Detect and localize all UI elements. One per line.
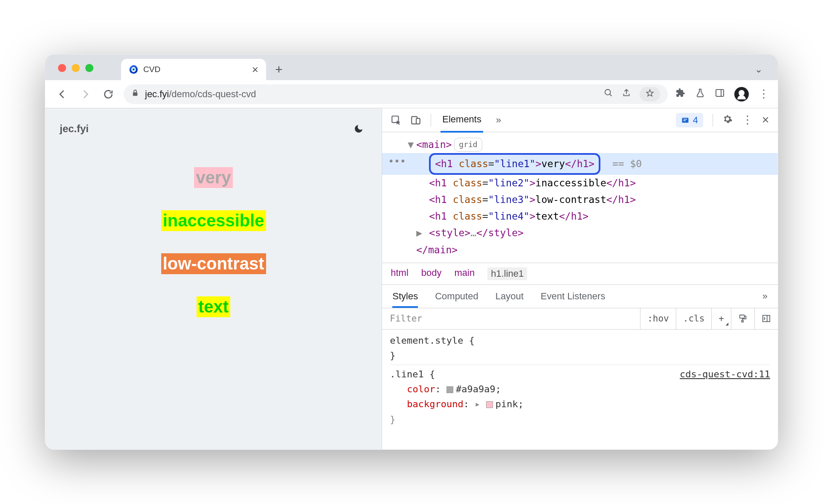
issues-count: 4	[693, 115, 698, 126]
svg-rect-7	[740, 315, 745, 318]
crumb-selected[interactable]: h1.line1	[487, 267, 527, 280]
rule-source-link[interactable]: cds-quest-cvd:11	[680, 367, 770, 382]
elements-tab[interactable]: Elements	[440, 108, 483, 133]
dom-tree[interactable]: ▼ <main>grid ••• <h1 class="line1">very<…	[382, 132, 778, 263]
cls-toggle[interactable]: .cls	[676, 308, 712, 329]
styles-filter-input[interactable]: Filter	[382, 308, 640, 329]
dom-node[interactable]: </main>	[382, 242, 778, 258]
demo-line3: low-contrast	[161, 253, 266, 274]
tab-styles[interactable]: Styles	[392, 291, 418, 308]
devtools-close-icon[interactable]: ✕	[762, 115, 769, 126]
panels-overflow-icon[interactable]: »	[496, 115, 501, 126]
url-input[interactable]: jec.fyi/demo/cds-quest-cvd	[124, 84, 668, 104]
device-toggle-icon[interactable]	[410, 115, 421, 126]
color-swatch-icon[interactable]	[446, 386, 453, 393]
css-prop-name[interactable]: color	[407, 384, 435, 394]
browser-tab[interactable]: 🧿 CVD ×	[121, 59, 266, 80]
page-viewport: jec.fyi very inaccessible low-contrast t…	[45, 108, 382, 449]
labs-icon[interactable]	[695, 88, 705, 101]
demo-line2: inaccessible	[161, 210, 266, 231]
window-minimize-button[interactable]	[72, 64, 80, 72]
demo-content: very inaccessible low-contrast text	[161, 167, 266, 317]
css-prop-name[interactable]: background	[407, 399, 463, 409]
new-tab-button[interactable]: +	[270, 61, 287, 78]
extensions-icon[interactable]	[675, 88, 686, 101]
forward-button[interactable]	[78, 87, 93, 102]
traffic-lights	[58, 64, 93, 72]
tab-strip: 🧿 CVD × + ⌄	[45, 55, 778, 80]
dom-node[interactable]: <h1 class="line2">inaccessible</h1>	[382, 175, 778, 191]
tab-event-listeners[interactable]: Event Listeners	[541, 291, 606, 308]
issues-counter[interactable]: 4	[676, 113, 703, 127]
grid-badge[interactable]: grid	[454, 138, 482, 152]
devtools-menu-icon[interactable]: ⋮	[742, 113, 752, 127]
inspect-element-icon[interactable]	[391, 115, 402, 126]
hov-toggle[interactable]: :hov	[640, 308, 676, 329]
profile-avatar-icon[interactable]	[734, 87, 749, 101]
styles-tabs-overflow-icon[interactable]: »	[762, 291, 768, 308]
window-close-button[interactable]	[58, 64, 66, 72]
demo-line4: text	[197, 296, 230, 317]
dom-node[interactable]: ▶ <style>…</style>	[382, 225, 778, 241]
address-bar-row: jec.fyi/demo/cds-quest-cvd ⋮	[45, 80, 778, 108]
browser-window: 🧿 CVD × + ⌄ jec.fyi/demo/cds-quest-cvd	[45, 54, 778, 450]
svg-rect-5	[416, 118, 420, 124]
toolbar-right: ⋮	[675, 87, 768, 101]
devtools-panel: Elements » 4 ⋮ ✕ ▼ <mai	[382, 108, 778, 449]
chrome-menu-icon[interactable]: ⋮	[758, 87, 768, 101]
tab-layout[interactable]: Layout	[496, 291, 524, 308]
demo-line1: very	[194, 167, 232, 188]
svg-point-1	[605, 89, 611, 95]
styles-rules[interactable]: element.style { } cds-quest-cvd:11 .line…	[382, 330, 778, 430]
tab-title: CVD	[143, 65, 247, 74]
tab-computed[interactable]: Computed	[435, 291, 478, 308]
devtools-settings-icon[interactable]	[722, 114, 733, 127]
reload-button[interactable]	[101, 87, 116, 102]
zoom-icon[interactable]	[604, 88, 613, 100]
computed-sidebar-icon[interactable]	[755, 308, 778, 329]
url-text: jec.fyi/demo/cds-quest-cvd	[145, 89, 256, 100]
svg-rect-9	[763, 316, 770, 322]
svg-rect-8	[742, 321, 743, 322]
theme-toggle-button[interactable]	[350, 120, 367, 137]
svg-rect-2	[716, 90, 724, 96]
new-style-rule-icon[interactable]: +◢	[712, 308, 731, 329]
svg-rect-0	[133, 93, 138, 96]
favicon-icon: 🧿	[129, 65, 138, 74]
dom-node-selected[interactable]: ••• <h1 class="line1">very</h1> == $0	[382, 153, 778, 175]
share-icon[interactable]	[622, 88, 631, 100]
lock-icon	[131, 89, 139, 99]
sidepanel-icon[interactable]	[715, 88, 725, 101]
color-swatch-icon[interactable]	[486, 401, 493, 408]
close-tab-icon[interactable]: ×	[252, 64, 258, 75]
css-prop-value[interactable]: #a9a9a9	[456, 384, 496, 394]
paint-icon[interactable]	[731, 308, 755, 329]
bookmark-star-icon[interactable]	[640, 87, 660, 101]
dom-node[interactable]: <h1 class="line3">low-contrast</h1>	[382, 191, 778, 208]
styles-toolbar: Filter :hov .cls +◢	[382, 308, 778, 330]
dom-breadcrumbs: html body main h1.line1	[382, 263, 778, 285]
node-actions-icon[interactable]: •••	[388, 153, 406, 170]
css-prop-value[interactable]: pink	[496, 399, 518, 409]
crumb-html[interactable]: html	[391, 267, 409, 280]
styles-tab-bar: Styles Computed Layout Event Listeners »	[382, 285, 778, 308]
tabs-overflow-icon[interactable]: ⌄	[755, 64, 762, 75]
omnibox-actions	[604, 87, 660, 101]
crumb-main[interactable]: main	[455, 267, 475, 280]
window-maximize-button[interactable]	[85, 64, 93, 72]
page-brand: jec.fyi	[60, 123, 89, 135]
element-style-selector: element.style {	[390, 333, 770, 348]
devtools-toolbar: Elements » 4 ⋮ ✕	[382, 108, 778, 132]
back-button[interactable]	[55, 87, 70, 102]
rule-selector: .line1 {	[390, 369, 435, 379]
dom-node[interactable]: <h1 class="line4">text</h1>	[382, 208, 778, 225]
crumb-body[interactable]: body	[421, 267, 442, 280]
